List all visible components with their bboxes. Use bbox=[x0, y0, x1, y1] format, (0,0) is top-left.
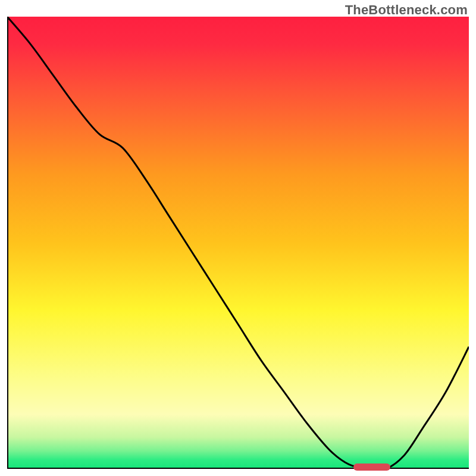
chart-svg bbox=[7, 17, 469, 469]
optimal-range-marker bbox=[353, 464, 390, 471]
chart-frame: TheBottleneck.com bbox=[0, 0, 476, 476]
watermark-text: TheBottleneck.com bbox=[345, 2, 468, 18]
gradient-background bbox=[7, 17, 469, 469]
plot-area bbox=[7, 17, 469, 469]
